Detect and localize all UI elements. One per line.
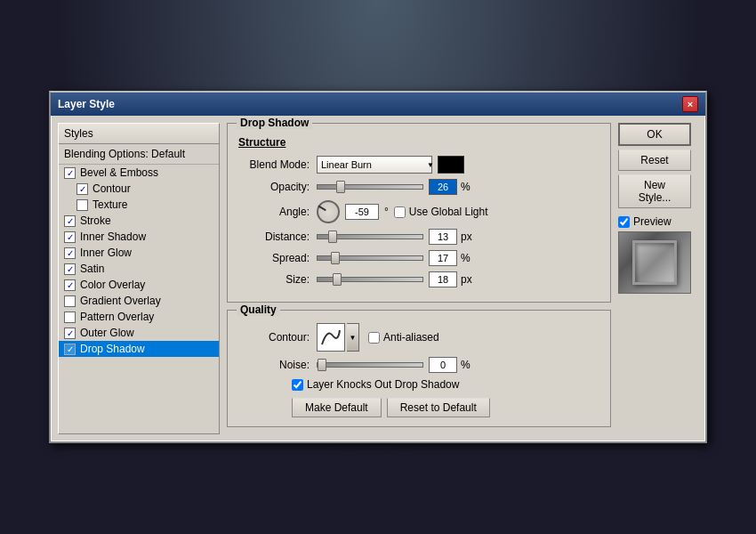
- reset-button[interactable]: Reset: [618, 150, 691, 171]
- label-texture: Texture: [92, 198, 127, 211]
- global-light-checkbox[interactable]: [394, 206, 406, 218]
- sidebar-item-outer-glow[interactable]: Outer Glow: [59, 325, 219, 341]
- label-stroke: Stroke: [80, 214, 111, 227]
- opacity-value[interactable]: 26: [429, 179, 457, 195]
- size-value[interactable]: 18: [429, 271, 457, 287]
- dialog-body: Styles Blending Options: Default Bevel &…: [51, 116, 705, 441]
- quality-content: Contour: ▼ Anti-aliased: [228, 311, 610, 426]
- sidebar-item-color-overlay[interactable]: Color Overlay: [59, 277, 219, 293]
- spread-slider[interactable]: [317, 255, 423, 261]
- checkbox-stroke[interactable]: [64, 215, 76, 227]
- label-color-overlay: Color Overlay: [80, 279, 145, 291]
- sidebar-item-inner-shadow[interactable]: Inner Shadow: [59, 229, 219, 245]
- distance-slider[interactable]: [317, 234, 423, 239]
- label-outer-glow: Outer Glow: [80, 327, 134, 339]
- checkbox-pattern-overlay[interactable]: [64, 312, 76, 323]
- spread-row: Spread: 17 %: [238, 250, 599, 266]
- noise-unit: %: [461, 359, 470, 371]
- contour-preview-svg: [320, 327, 342, 348]
- contour-label: Contour:: [238, 331, 310, 344]
- new-style-button[interactable]: New Style...: [618, 174, 691, 208]
- opacity-unit: %: [461, 181, 470, 193]
- label-inner-shadow: Inner Shadow: [80, 231, 146, 243]
- styles-header[interactable]: Styles: [59, 124, 219, 144]
- contour-dropdown-btn[interactable]: ▼: [347, 323, 359, 352]
- blend-mode-row: Blend Mode: Linear Burn Normal Multiply …: [238, 156, 599, 174]
- ok-button[interactable]: OK: [618, 123, 691, 146]
- quality-label: Quality: [237, 303, 280, 316]
- checkbox-gradient-overlay[interactable]: [64, 295, 76, 307]
- quality-section: Quality Contour: ▼: [227, 310, 611, 427]
- distance-label: Distance:: [238, 231, 310, 243]
- opacity-row: Opacity: 26 %: [238, 179, 599, 195]
- label-bevel-emboss: Bevel & Emboss: [80, 166, 158, 179]
- checkbox-inner-glow[interactable]: [64, 247, 76, 259]
- checkbox-contour[interactable]: [76, 183, 88, 195]
- label-drop-shadow: Drop Shadow: [80, 343, 145, 355]
- checkbox-drop-shadow[interactable]: [64, 344, 76, 355]
- button-row: Make Default Reset to Default: [238, 398, 599, 417]
- size-label: Size:: [238, 273, 310, 286]
- degree-symbol: °: [384, 206, 389, 218]
- distance-value[interactable]: 13: [429, 229, 457, 245]
- sidebar-item-inner-glow[interactable]: Inner Glow: [59, 245, 219, 261]
- anti-aliased-label: Anti-aliased: [383, 331, 439, 344]
- distance-row: Distance: 13 px: [238, 229, 599, 245]
- noise-row: Noise: 0 %: [238, 357, 599, 373]
- sidebar-item-contour[interactable]: Contour: [59, 181, 219, 197]
- size-slider[interactable]: [317, 277, 423, 282]
- drop-shadow-title: Drop Shadow: [237, 117, 312, 129]
- title-bar: Layer Style ×: [51, 93, 705, 116]
- checkbox-outer-glow[interactable]: [64, 328, 76, 339]
- checkbox-satin[interactable]: [64, 263, 76, 275]
- sidebar-item-bevel-emboss[interactable]: Bevel & Emboss: [59, 165, 219, 181]
- blending-options-item[interactable]: Blending Options: Default: [59, 144, 219, 165]
- angle-row: Angle: ° Use Global Light: [238, 200, 599, 223]
- make-default-button[interactable]: Make Default: [292, 398, 382, 417]
- size-row: Size: 18 px: [238, 271, 599, 287]
- close-button[interactable]: ×: [682, 96, 698, 112]
- spread-value[interactable]: 17: [429, 250, 457, 266]
- opacity-slider[interactable]: [317, 184, 423, 190]
- preview-label: Preview: [633, 215, 672, 228]
- angle-input[interactable]: [345, 204, 379, 220]
- label-satin: Satin: [80, 263, 104, 275]
- layer-knocks-checkbox[interactable]: [292, 379, 303, 391]
- sidebar-item-pattern-overlay[interactable]: Pattern Overlay: [59, 309, 219, 325]
- preview-label-group: Preview: [618, 215, 698, 228]
- checkbox-bevel-emboss[interactable]: [64, 167, 76, 179]
- sidebar-item-drop-shadow[interactable]: Drop Shadow: [59, 341, 219, 357]
- distance-unit: px: [461, 231, 472, 243]
- noise-slider[interactable]: [317, 362, 423, 368]
- sidebar-item-satin[interactable]: Satin: [59, 261, 219, 277]
- blend-mode-wrapper: Linear Burn Normal Multiply Screen Overl…: [317, 156, 438, 174]
- sidebar-item-gradient-overlay[interactable]: Gradient Overlay: [59, 293, 219, 309]
- layer-knocks-label: Layer Knocks Out Drop Shadow: [307, 378, 459, 391]
- shadow-color-swatch[interactable]: [438, 156, 464, 174]
- layer-knocks-row: Layer Knocks Out Drop Shadow: [238, 378, 599, 391]
- contour-wrapper: ▼: [317, 323, 359, 352]
- size-unit: px: [461, 273, 472, 286]
- angle-container: ° Use Global Light: [317, 200, 488, 223]
- anti-aliased-checkbox[interactable]: [368, 332, 380, 344]
- blend-mode-select[interactable]: Linear Burn Normal Multiply Screen Overl…: [317, 156, 432, 174]
- main-panel: Drop Shadow Structure Blend Mode: Linear…: [227, 123, 611, 434]
- checkbox-inner-shadow[interactable]: [64, 231, 76, 243]
- blend-mode-label: Blend Mode:: [238, 158, 310, 171]
- angle-dial[interactable]: [317, 200, 340, 223]
- checkbox-texture[interactable]: [76, 199, 88, 211]
- global-light-label: Use Global Light: [409, 206, 488, 218]
- reset-default-button[interactable]: Reset to Default: [387, 398, 490, 417]
- label-contour: Contour: [92, 182, 131, 195]
- checkbox-color-overlay[interactable]: [64, 279, 76, 291]
- noise-label: Noise:: [238, 359, 310, 371]
- label-gradient-overlay: Gradient Overlay: [80, 295, 161, 307]
- preview-checkbox[interactable]: [618, 216, 630, 228]
- contour-preview[interactable]: [317, 323, 345, 352]
- preview-box: [618, 231, 691, 294]
- noise-value[interactable]: 0: [429, 357, 457, 373]
- anti-aliased-group: Anti-aliased: [368, 331, 439, 344]
- left-panel: Styles Blending Options: Default Bevel &…: [58, 123, 220, 434]
- sidebar-item-texture[interactable]: Texture: [59, 197, 219, 213]
- sidebar-item-stroke[interactable]: Stroke: [59, 213, 219, 229]
